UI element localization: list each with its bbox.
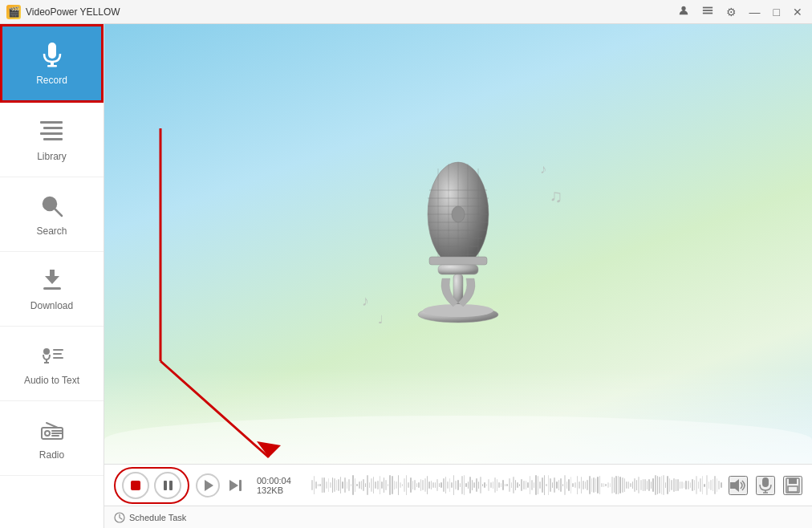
wave-bar (552, 482, 554, 488)
play-icon (205, 480, 213, 491)
wave-bar (630, 483, 631, 488)
wave-bar (638, 477, 639, 493)
wave-bar (644, 479, 646, 490)
wave-bar (676, 479, 677, 490)
mic-button[interactable] (756, 476, 775, 495)
skip-button[interactable] (226, 476, 246, 495)
wave-bar (568, 479, 570, 492)
account-icon[interactable] (675, 3, 692, 20)
wave-bar (698, 481, 700, 488)
wave-bar (493, 481, 494, 489)
wave-bar (688, 481, 689, 489)
sidebar-record-label: Record (36, 75, 67, 86)
music-note-1: ♪ (540, 162, 546, 177)
wave-bar (461, 476, 463, 494)
schedule-bar[interactable]: Schedule Task (104, 506, 812, 528)
sidebar-library-label: Library (37, 151, 67, 162)
svg-point-15 (43, 348, 50, 355)
content-area: ♪ ♫ ♪ ♩ (104, 24, 812, 528)
wave-bar (473, 482, 475, 489)
record-controls-group (114, 467, 189, 504)
save-button[interactable] (783, 476, 802, 495)
wave-bar (534, 482, 535, 488)
wave-bar (566, 481, 568, 489)
wave-bar (704, 484, 705, 487)
wave-bar (326, 481, 327, 489)
play-button[interactable] (196, 473, 220, 498)
sidebar-item-record[interactable]: Record (0, 24, 104, 103)
waveform[interactable] (311, 473, 722, 498)
wave-bar (398, 475, 400, 495)
svg-rect-8 (43, 127, 63, 129)
sidebar-item-audio-to-text[interactable]: Audio to Text (0, 327, 104, 401)
wave-bar (486, 484, 488, 485)
wave-bar (611, 477, 613, 493)
minimize-button[interactable]: — (746, 4, 764, 20)
file-size: 132KB (257, 485, 305, 495)
menu-icon[interactable] (699, 3, 717, 20)
wave-bar (427, 476, 428, 494)
annotation-arrow (152, 120, 313, 464)
wave-bar (521, 479, 522, 492)
settings-icon[interactable]: ⚙ (723, 4, 740, 20)
wave-bar (478, 481, 480, 489)
volume-button[interactable] (729, 476, 748, 495)
wave-bar (632, 481, 634, 489)
wave-bar (373, 477, 375, 493)
sidebar-item-search[interactable]: Search (0, 177, 104, 252)
wave-bar (494, 477, 496, 493)
maximize-button[interactable]: □ (770, 4, 783, 20)
wave-bar (669, 478, 671, 492)
wave-bar (361, 481, 363, 490)
wave-bar (480, 477, 481, 493)
time-info: 00:00:04 132KB (257, 476, 305, 495)
wave-bar (692, 479, 693, 490)
wave-bar (418, 482, 420, 487)
wave-bar (643, 479, 644, 491)
svg-line-27 (160, 361, 269, 457)
wave-bar (636, 480, 638, 490)
wave-bar (465, 483, 467, 487)
wave-bar (702, 476, 704, 494)
svg-rect-2 (702, 10, 712, 11)
sidebar-item-radio[interactable]: Radio (0, 401, 104, 476)
sidebar-item-download[interactable]: Download (0, 252, 104, 327)
wave-bar (651, 481, 652, 489)
wave-bar (517, 482, 518, 487)
wave-bar (634, 478, 635, 492)
stop-button[interactable] (122, 472, 149, 499)
pause-button[interactable] (154, 472, 181, 499)
wave-bar (322, 477, 323, 493)
wave-bar (389, 475, 391, 495)
schedule-icon (114, 512, 125, 523)
svg-rect-51 (239, 480, 242, 491)
wave-bar (599, 476, 601, 494)
svg-rect-5 (51, 62, 54, 65)
wave-bar (673, 478, 675, 492)
wave-bar (385, 480, 387, 491)
wave-bar (375, 481, 376, 488)
wave-bar (402, 484, 404, 486)
wave-bar (519, 484, 521, 486)
wave-bar (338, 479, 339, 490)
wave-bar (718, 481, 720, 489)
wave-bar (328, 478, 330, 492)
svg-rect-3 (702, 13, 712, 14)
wave-bar (593, 477, 595, 493)
wave-bar (717, 478, 718, 492)
wave-bar (377, 481, 379, 490)
wave-bar (505, 484, 506, 486)
wave-bar (392, 476, 393, 494)
svg-rect-58 (788, 486, 798, 492)
wave-bar (315, 481, 317, 489)
svg-marker-52 (730, 479, 739, 492)
wave-bar (706, 475, 708, 494)
sidebar-item-library[interactable]: Library (0, 103, 104, 177)
wave-bar (694, 480, 696, 489)
wave-bar (460, 483, 461, 488)
close-button[interactable]: ✕ (790, 4, 806, 20)
svg-point-45 (452, 206, 465, 222)
wave-bar (388, 484, 389, 485)
wave-bar (581, 477, 583, 493)
wave-bar (509, 478, 510, 493)
